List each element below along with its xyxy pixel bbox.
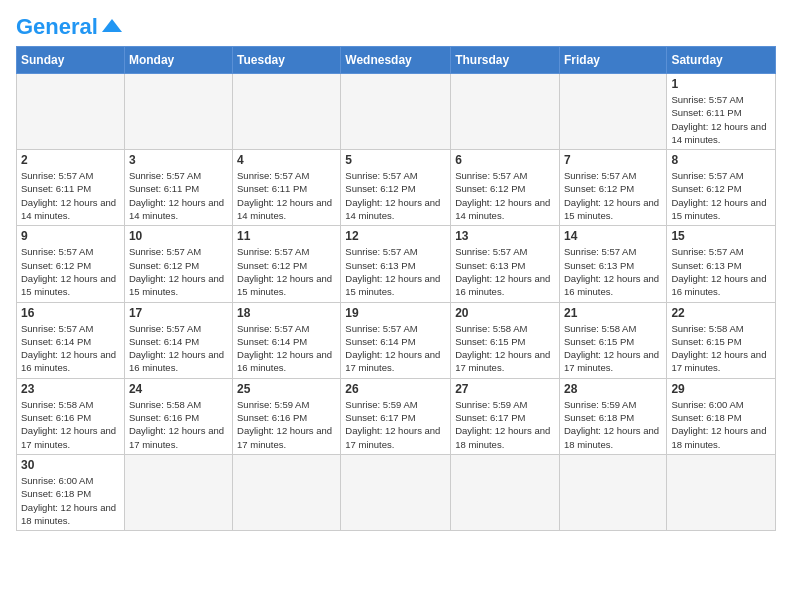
column-header-thursday: Thursday [451,47,560,74]
calendar-cell: 10Sunrise: 5:57 AM Sunset: 6:12 PM Dayli… [124,226,232,302]
calendar-cell: 19Sunrise: 5:57 AM Sunset: 6:14 PM Dayli… [341,302,451,378]
calendar-cell: 11Sunrise: 5:57 AM Sunset: 6:12 PM Dayli… [233,226,341,302]
day-number: 30 [21,458,120,472]
calendar-cell: 25Sunrise: 5:59 AM Sunset: 6:16 PM Dayli… [233,378,341,454]
day-number: 4 [237,153,336,167]
calendar-cell: 5Sunrise: 5:57 AM Sunset: 6:12 PM Daylig… [341,150,451,226]
logo-triangle-icon [102,19,122,32]
calendar-week-3: 9Sunrise: 5:57 AM Sunset: 6:12 PM Daylig… [17,226,776,302]
day-info: Sunrise: 5:59 AM Sunset: 6:16 PM Dayligh… [237,398,336,451]
calendar-table: SundayMondayTuesdayWednesdayThursdayFrid… [16,46,776,531]
day-info: Sunrise: 5:57 AM Sunset: 6:13 PM Dayligh… [671,245,771,298]
calendar-header-row: SundayMondayTuesdayWednesdayThursdayFrid… [17,47,776,74]
day-number: 11 [237,229,336,243]
logo: General [16,16,122,36]
calendar-week-4: 16Sunrise: 5:57 AM Sunset: 6:14 PM Dayli… [17,302,776,378]
calendar-cell: 8Sunrise: 5:57 AM Sunset: 6:12 PM Daylig… [667,150,776,226]
calendar-cell: 9Sunrise: 5:57 AM Sunset: 6:12 PM Daylig… [17,226,125,302]
day-info: Sunrise: 5:59 AM Sunset: 6:18 PM Dayligh… [564,398,662,451]
day-info: Sunrise: 5:59 AM Sunset: 6:17 PM Dayligh… [345,398,446,451]
calendar-cell [451,74,560,150]
calendar-cell: 7Sunrise: 5:57 AM Sunset: 6:12 PM Daylig… [559,150,666,226]
calendar-cell: 30Sunrise: 6:00 AM Sunset: 6:18 PM Dayli… [17,454,125,530]
calendar-cell: 18Sunrise: 5:57 AM Sunset: 6:14 PM Dayli… [233,302,341,378]
day-info: Sunrise: 5:57 AM Sunset: 6:14 PM Dayligh… [237,322,336,375]
day-number: 8 [671,153,771,167]
day-info: Sunrise: 5:57 AM Sunset: 6:11 PM Dayligh… [21,169,120,222]
calendar-cell [124,74,232,150]
day-number: 7 [564,153,662,167]
day-number: 9 [21,229,120,243]
day-info: Sunrise: 5:57 AM Sunset: 6:12 PM Dayligh… [671,169,771,222]
day-number: 27 [455,382,555,396]
day-info: Sunrise: 5:57 AM Sunset: 6:13 PM Dayligh… [345,245,446,298]
day-number: 17 [129,306,228,320]
calendar-cell [17,74,125,150]
day-number: 24 [129,382,228,396]
day-number: 10 [129,229,228,243]
day-number: 22 [671,306,771,320]
calendar-cell: 13Sunrise: 5:57 AM Sunset: 6:13 PM Dayli… [451,226,560,302]
calendar-cell: 15Sunrise: 5:57 AM Sunset: 6:13 PM Dayli… [667,226,776,302]
calendar-cell [559,454,666,530]
calendar-cell [559,74,666,150]
day-number: 14 [564,229,662,243]
calendar-cell: 4Sunrise: 5:57 AM Sunset: 6:11 PM Daylig… [233,150,341,226]
calendar-week-6: 30Sunrise: 6:00 AM Sunset: 6:18 PM Dayli… [17,454,776,530]
calendar-cell: 26Sunrise: 5:59 AM Sunset: 6:17 PM Dayli… [341,378,451,454]
day-number: 6 [455,153,555,167]
day-info: Sunrise: 6:00 AM Sunset: 6:18 PM Dayligh… [21,474,120,527]
calendar-cell: 12Sunrise: 5:57 AM Sunset: 6:13 PM Dayli… [341,226,451,302]
day-info: Sunrise: 5:57 AM Sunset: 6:12 PM Dayligh… [455,169,555,222]
day-info: Sunrise: 5:57 AM Sunset: 6:11 PM Dayligh… [671,93,771,146]
calendar-cell: 22Sunrise: 5:58 AM Sunset: 6:15 PM Dayli… [667,302,776,378]
day-info: Sunrise: 5:57 AM Sunset: 6:12 PM Dayligh… [237,245,336,298]
day-number: 21 [564,306,662,320]
day-number: 19 [345,306,446,320]
day-number: 2 [21,153,120,167]
day-number: 5 [345,153,446,167]
calendar-cell: 1Sunrise: 5:57 AM Sunset: 6:11 PM Daylig… [667,74,776,150]
column-header-monday: Monday [124,47,232,74]
calendar-week-1: 1Sunrise: 5:57 AM Sunset: 6:11 PM Daylig… [17,74,776,150]
calendar-cell: 17Sunrise: 5:57 AM Sunset: 6:14 PM Dayli… [124,302,232,378]
day-number: 16 [21,306,120,320]
calendar-cell: 2Sunrise: 5:57 AM Sunset: 6:11 PM Daylig… [17,150,125,226]
calendar-body: 1Sunrise: 5:57 AM Sunset: 6:11 PM Daylig… [17,74,776,531]
day-info: Sunrise: 5:57 AM Sunset: 6:13 PM Dayligh… [564,245,662,298]
logo-general: General [16,14,98,39]
calendar-cell [341,74,451,150]
day-number: 12 [345,229,446,243]
calendar-week-5: 23Sunrise: 5:58 AM Sunset: 6:16 PM Dayli… [17,378,776,454]
day-info: Sunrise: 5:59 AM Sunset: 6:17 PM Dayligh… [455,398,555,451]
calendar-cell: 27Sunrise: 5:59 AM Sunset: 6:17 PM Dayli… [451,378,560,454]
day-info: Sunrise: 5:57 AM Sunset: 6:14 PM Dayligh… [21,322,120,375]
calendar-cell: 6Sunrise: 5:57 AM Sunset: 6:12 PM Daylig… [451,150,560,226]
day-number: 26 [345,382,446,396]
column-header-wednesday: Wednesday [341,47,451,74]
day-number: 25 [237,382,336,396]
day-info: Sunrise: 5:57 AM Sunset: 6:11 PM Dayligh… [129,169,228,222]
day-info: Sunrise: 5:57 AM Sunset: 6:11 PM Dayligh… [237,169,336,222]
day-info: Sunrise: 5:58 AM Sunset: 6:16 PM Dayligh… [129,398,228,451]
day-info: Sunrise: 5:57 AM Sunset: 6:12 PM Dayligh… [345,169,446,222]
day-info: Sunrise: 5:58 AM Sunset: 6:16 PM Dayligh… [21,398,120,451]
calendar-cell [233,454,341,530]
column-header-friday: Friday [559,47,666,74]
calendar-cell [124,454,232,530]
day-info: Sunrise: 5:57 AM Sunset: 6:12 PM Dayligh… [129,245,228,298]
day-number: 15 [671,229,771,243]
day-info: Sunrise: 5:57 AM Sunset: 6:14 PM Dayligh… [345,322,446,375]
day-info: Sunrise: 5:58 AM Sunset: 6:15 PM Dayligh… [671,322,771,375]
day-number: 1 [671,77,771,91]
calendar-cell [233,74,341,150]
day-info: Sunrise: 6:00 AM Sunset: 6:18 PM Dayligh… [671,398,771,451]
calendar-cell: 29Sunrise: 6:00 AM Sunset: 6:18 PM Dayli… [667,378,776,454]
calendar-cell [341,454,451,530]
day-number: 20 [455,306,555,320]
page-header: General [16,16,776,36]
calendar-cell: 23Sunrise: 5:58 AM Sunset: 6:16 PM Dayli… [17,378,125,454]
day-info: Sunrise: 5:57 AM Sunset: 6:13 PM Dayligh… [455,245,555,298]
calendar-cell [451,454,560,530]
calendar-cell [667,454,776,530]
